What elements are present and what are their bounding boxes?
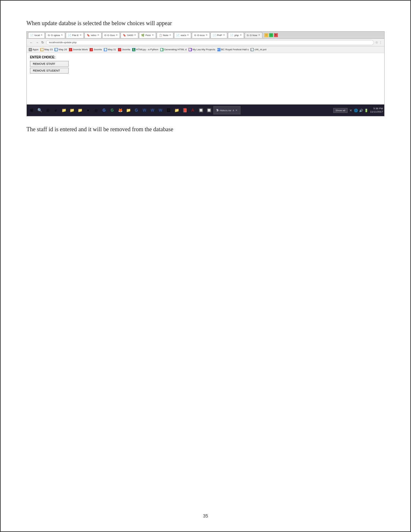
tab-file[interactable]: 📄 File E ✕ bbox=[66, 32, 84, 38]
maximize-button[interactable]: □ bbox=[269, 33, 273, 37]
tab-uploa[interactable]: G G uploa ✕ bbox=[45, 32, 65, 38]
tab-close-icon[interactable]: ✕ bbox=[116, 34, 118, 36]
close-taskbar-icon[interactable]: ✕ bbox=[349, 109, 352, 112]
mylao-icon: 📄 bbox=[189, 48, 192, 51]
close-button[interactable]: ✕ bbox=[274, 33, 278, 37]
tab-eacs[interactable]: 📄 eacs ✕ bbox=[174, 32, 191, 38]
search-icon[interactable]: 🔍 bbox=[36, 107, 43, 114]
browser-nav-bar: ← → ↻ localhost/db-update.php ☆ ⋮ bbox=[27, 39, 384, 46]
book-icon[interactable]: 📕 bbox=[181, 107, 188, 114]
tab-retro[interactable]: 🔖 retro ✕ bbox=[84, 32, 101, 38]
tab-close-icon[interactable]: ✕ bbox=[41, 34, 43, 36]
tab-icon: 📋 bbox=[159, 34, 162, 37]
bookmark-joomla2[interactable]: J Joomla bbox=[118, 48, 130, 51]
g-icon[interactable]: G bbox=[101, 107, 108, 114]
bookmark-joomla[interactable]: J Joomla bbox=[90, 48, 102, 51]
bookmark-label: Apps bbox=[33, 48, 38, 51]
word3-icon[interactable]: W bbox=[157, 107, 164, 114]
bookmark-genhtml[interactable]: 📄 Generating HTML d bbox=[160, 48, 187, 51]
explorer-icon[interactable]: 📁 bbox=[60, 107, 67, 114]
folder2-icon[interactable]: 📁 bbox=[68, 107, 75, 114]
reload-button[interactable]: ↻ bbox=[40, 40, 45, 44]
folder4-icon[interactable]: 📁 bbox=[125, 107, 132, 114]
browser-tab-bar: 📄 local ✕ G G uploa ✕ 📄 File E ✕ 🔖 retro… bbox=[27, 32, 384, 39]
word2-icon[interactable]: W bbox=[149, 107, 156, 114]
nav-arrows: ← → ↻ bbox=[29, 40, 45, 44]
tab-close-icon[interactable]: ✕ bbox=[223, 34, 225, 36]
tab-close-icon[interactable]: ✕ bbox=[152, 34, 154, 36]
html-icon: 🐍 bbox=[132, 48, 135, 51]
tab-close-icon[interactable]: ✕ bbox=[206, 34, 208, 36]
taskbar-close-icon[interactable]: ✕ bbox=[235, 109, 238, 112]
tab-close-icon[interactable]: ✕ bbox=[169, 34, 171, 36]
bookmark-apps[interactable]: ⊞ Apps bbox=[29, 48, 38, 51]
firefox-icon[interactable]: 🦊 bbox=[117, 107, 124, 114]
tab-goo[interactable]: G G Goo ✕ bbox=[102, 32, 120, 38]
tab-php2[interactable]: 📄 php ✕ bbox=[228, 32, 244, 38]
choice-buttons-container: REMOVE STAFF REMOVE STUDENT bbox=[30, 61, 69, 74]
bookmark-bc[interactable]: BC BC Royal Festival Hall s bbox=[217, 48, 249, 51]
nav-icons-right: ☆ ⋮ bbox=[375, 41, 382, 44]
tab-icon: 📄 bbox=[213, 34, 216, 37]
bookmark-label: chlt_rk.pot bbox=[254, 48, 266, 51]
chrome-icon[interactable]: ● bbox=[84, 107, 92, 114]
tab-icon: G bbox=[194, 34, 196, 37]
tab-gloca[interactable]: G G loca ✕ bbox=[192, 32, 210, 38]
minimize-button[interactable]: ─ bbox=[264, 33, 268, 37]
bookmark-may31[interactable]: 📄 May 31 bbox=[104, 48, 116, 51]
taskbar-htdocs-item[interactable]: 🗜 htdocs.rar ∧ ✕ bbox=[213, 106, 240, 114]
remove-staff-button[interactable]: REMOVE STAFF bbox=[30, 61, 69, 67]
g2-icon[interactable]: G bbox=[109, 107, 116, 114]
document-page: When update databse is selected the belo… bbox=[0, 0, 411, 532]
tab-icon: 📄 bbox=[30, 34, 34, 37]
bookmark-label: Joomla bbox=[93, 48, 102, 51]
show-all-button[interactable]: Show all bbox=[333, 108, 347, 113]
tab-close-icon[interactable]: ✕ bbox=[258, 34, 260, 36]
forward-button[interactable]: → bbox=[34, 40, 40, 44]
back-button[interactable]: ← bbox=[29, 40, 34, 44]
photo-icon[interactable]: 🖼 bbox=[165, 107, 172, 114]
box2-icon[interactable]: 🔲 bbox=[205, 107, 212, 114]
tab-close-icon[interactable]: ✕ bbox=[134, 34, 136, 36]
bookmark-may23[interactable]: 📄 May 23 bbox=[40, 48, 53, 51]
tab-note[interactable]: 📋 Note ✕ bbox=[157, 32, 174, 38]
g3-icon[interactable]: G bbox=[133, 107, 140, 114]
tab-close-icon[interactable]: ✕ bbox=[61, 34, 63, 36]
menu-icon[interactable]: ⋮ bbox=[379, 41, 382, 44]
start-button[interactable]: ⊞ bbox=[28, 107, 35, 114]
word-icon[interactable]: W bbox=[141, 107, 148, 114]
tab-s400[interactable]: 🔖 S400 ✕ bbox=[121, 32, 138, 38]
genhtml-icon: 📄 bbox=[160, 48, 163, 51]
acrobat-icon[interactable]: A bbox=[189, 107, 196, 114]
folder3-icon[interactable]: 📁 bbox=[76, 107, 83, 114]
address-bar[interactable]: localhost/db-update.php bbox=[46, 40, 374, 45]
browser-content: ENTER CHOICE: REMOVE STAFF REMOVE STUDEN… bbox=[27, 53, 384, 104]
bookmark-may26[interactable]: 📄 May 26 bbox=[54, 48, 67, 51]
cortana-icon[interactable]: ◎ bbox=[44, 107, 51, 114]
taskbar-item-label: htdocs.rar bbox=[220, 109, 231, 112]
bookmark-joomlawork[interactable]: J Joomla Work bbox=[69, 48, 88, 51]
tab-local[interactable]: 📄 local ✕ bbox=[28, 32, 45, 38]
taskbar-right: Show all ✕ 🌐 🔊 🔋 5:36 PM 11/11/2017 bbox=[333, 107, 383, 114]
joomla2-icon: J bbox=[118, 48, 121, 51]
box1-icon[interactable]: 🔲 bbox=[197, 107, 204, 114]
taskbar-left: ⊞ 🔍 ◎ ℯ 📁 📁 📁 ● ◎ G G 🦊 📁 G W W W 🖼 📁 📕 bbox=[28, 106, 240, 114]
folder5-icon[interactable]: 📁 bbox=[173, 107, 180, 114]
tab-close-icon[interactable]: ✕ bbox=[240, 34, 242, 36]
remove-student-button[interactable]: REMOVE STUDENT bbox=[30, 68, 69, 74]
bookmark-html[interactable]: 🐍 HTMLpy - a Python bbox=[132, 48, 158, 51]
chrome2-icon[interactable]: ◎ bbox=[93, 107, 100, 114]
bookmark-star-icon[interactable]: ☆ bbox=[375, 41, 378, 44]
tab-petri[interactable]: 🌿 Petri ✕ bbox=[139, 32, 156, 38]
ie-icon[interactable]: ℯ bbox=[52, 107, 59, 114]
bookmark-chlt[interactable]: 📄 chlt_rk.pot bbox=[250, 48, 266, 51]
tab-php[interactable]: 📄 PHP ✕ bbox=[210, 32, 227, 38]
tab-close-icon[interactable]: ✕ bbox=[97, 34, 99, 36]
tab-how[interactable]: G G how ✕ bbox=[245, 32, 262, 38]
tab-close-icon[interactable]: ✕ bbox=[80, 34, 82, 36]
joomlawork-icon: J bbox=[69, 48, 72, 51]
tab-icon: 🌿 bbox=[141, 34, 144, 37]
tab-close-icon[interactable]: ✕ bbox=[187, 34, 189, 36]
battery-icon: 🔋 bbox=[364, 109, 368, 112]
bookmark-mylao[interactable]: 📄 My Lao-My Projects bbox=[189, 48, 215, 51]
